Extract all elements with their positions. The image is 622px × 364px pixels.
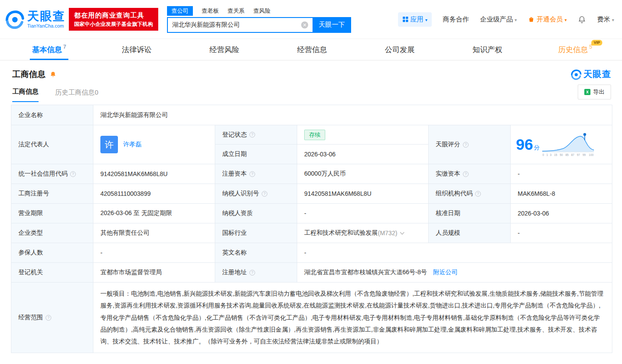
company-type-label: 企业类型 [11, 223, 93, 243]
tab-legal-litigation[interactable]: 法律诉讼 [93, 39, 181, 60]
tab-history-info[interactable]: VIP 历史信息 5 [531, 39, 619, 60]
industry-expand-chevron-icon[interactable] [400, 230, 405, 234]
help-icon[interactable]: ? [249, 171, 255, 177]
help-icon[interactable]: ? [262, 191, 267, 197]
table-row: 企业类型 其他有限责任公司 国标行业 工程和技术研究和试验发展 (M732) 人… [11, 223, 612, 243]
caret-down-icon: ▾ [425, 18, 427, 22]
org-code-label: 组织机构代码 ? [429, 184, 511, 203]
score-chart: 013155085879799100 [542, 132, 594, 157]
search-area: 查公司 查老板 查关系 查风险 ✕ 天眼一下 [167, 6, 351, 33]
tianyancha-logo-small: 天眼查 [570, 68, 611, 80]
search-tab-relation[interactable]: 查关系 [227, 6, 245, 16]
user-name: 费米 [597, 15, 610, 24]
page-title: 工商信息 [12, 69, 46, 80]
subtab-history-business-info[interactable]: 历史工商信息0 [55, 88, 98, 102]
taxpayer-quality-label: 纳税人资质 [215, 204, 297, 223]
help-icon[interactable]: ? [463, 142, 469, 148]
export-button[interactable]: 导出 [578, 85, 611, 99]
help-icon[interactable]: ? [70, 171, 76, 177]
business-info-subtabs: 工商信息 历史工商信息0 导出 [0, 82, 622, 102]
apps-menu[interactable]: 应用 ▾ [398, 12, 432, 27]
tab-history-info-label: 历史信息 [558, 45, 588, 55]
address-label-text: 注册地址 [222, 269, 247, 276]
business-cooperation-link[interactable]: 商务合作 [443, 15, 469, 24]
search-tab-risk[interactable]: 查风险 [253, 6, 270, 16]
subscribe-bell-icon[interactable] [50, 71, 57, 78]
search-submit-button[interactable]: 天眼一下 [313, 17, 351, 33]
score-ticks: 013155085879799100 [542, 153, 594, 157]
tab-basic-info[interactable]: 基本信息 7 [5, 39, 93, 60]
legal-rep-value: 许 许孝磊 [93, 125, 215, 164]
reg-status-label-text: 登记状态 [222, 131, 247, 139]
reg-authority-label: 登记机关 [11, 263, 93, 282]
business-scope-label: 经营范围 ? [11, 283, 93, 353]
vip-upgrade-menu[interactable]: 开通会员 ▾ [528, 15, 567, 24]
help-icon[interactable]: ? [475, 191, 481, 197]
tab-operation-risk-label: 经营风险 [210, 45, 239, 55]
tab-intellectual-property[interactable]: 知识产权 [444, 39, 531, 60]
help-icon[interactable]: ? [463, 171, 469, 177]
insured-count-label: 参保人数 [11, 243, 93, 262]
legal-rep-avatar[interactable]: 许 [100, 136, 118, 153]
table-row: 参保人数 - 英文名称 - [11, 243, 612, 263]
brand-name: 天眼查 [27, 11, 65, 22]
business-scope-text: 一般项目：电池制造,电池销售,新兴能源技术研发,新能源汽车废旧动力蓄电池回收及梯… [93, 283, 613, 353]
search-tab-boss[interactable]: 查老板 [202, 6, 219, 16]
clear-search-icon[interactable]: ✕ [301, 21, 308, 28]
search-tab-company[interactable]: 查公司 [167, 6, 193, 16]
approval-date-value: 2026-03-06 [511, 204, 613, 223]
credit-code-label-text: 统一社会信用代码 [18, 170, 68, 178]
watermark-brand-name: 天眼查 [583, 68, 611, 80]
table-row: 营业期限 2026-03-06 至 无固定期限 纳税人资质 - 核准日期 202… [11, 204, 612, 223]
reg-status-value: 存续 [297, 125, 429, 145]
tab-company-development[interactable]: 公司发展 [356, 39, 444, 60]
staff-size-value: - [511, 223, 613, 243]
paid-capital-label: 实缴资本 ? [429, 164, 511, 184]
taxpayer-quality-value: - [297, 204, 429, 223]
tab-operation-risk[interactable]: 经营风险 [181, 39, 268, 60]
tab-operation-info[interactable]: 经营信息 [268, 39, 356, 60]
table-row: 登记机关 宜都市市场监督管理局 注册地址 ? 湖北省宜昌市宜都市枝城镇兴宜大道6… [11, 263, 612, 283]
slogan-line1: 都在用的商业查询工具 [74, 11, 153, 21]
tianyancha-logo-icon [4, 9, 25, 29]
nearby-companies-link[interactable]: 附近公司 [433, 269, 458, 276]
tianyancha-logo-icon-small [570, 69, 582, 80]
shopping-bag-icon [528, 16, 535, 23]
caret-down-icon: ▾ [515, 18, 517, 22]
tianyancha-logo[interactable]: 天眼查 TianYanCha.com [4, 9, 65, 29]
address-text: 湖北省宜昌市宜都市枝城镇兴宜大道66号-8号 [304, 269, 427, 276]
english-name-value: - [297, 243, 613, 262]
score-unit: 分 [534, 144, 540, 152]
tab-company-development-label: 公司发展 [385, 45, 415, 55]
tab-operation-info-label: 经营信息 [297, 45, 327, 55]
user-menu[interactable]: 费米 ▾ [597, 15, 614, 24]
tab-intellectual-property-label: 知识产权 [473, 45, 502, 55]
enterprise-products-menu[interactable]: 企业级产品 ▾ [480, 15, 517, 24]
approval-date-label: 核准日期 [429, 204, 511, 223]
establish-date-label: 成立日期 [215, 145, 297, 164]
subtab-history-label: 历史工商信息 [55, 88, 95, 96]
subtab-business-info[interactable]: 工商信息 [12, 88, 39, 102]
table-row: 经营范围 ? 一般项目：电池制造,电池销售,新兴能源技术研发,新能源汽车废旧动力… [11, 283, 612, 353]
english-name-label: 英文名称 [215, 243, 297, 262]
caret-down-icon: ▾ [612, 18, 614, 22]
status-badge: 存续 [304, 130, 325, 140]
industry-label: 国标行业 [215, 223, 297, 243]
help-icon[interactable]: ? [249, 132, 255, 138]
help-icon[interactable]: ? [249, 270, 255, 276]
insured-count-value: - [93, 243, 215, 262]
reg-capital-label-text: 注册资本 [222, 170, 247, 178]
company-type-value: 其他有限责任公司 [93, 223, 215, 243]
legal-rep-link[interactable]: 许孝磊 [123, 141, 142, 148]
company-search-input[interactable] [167, 17, 313, 33]
notification-bell-icon[interactable] [578, 15, 586, 24]
reg-authority-value: 宜都市市场监督管理局 [93, 263, 215, 282]
slogan-banner: 都在用的商业查询工具 国家中小企业发展子基金旗下机构 [69, 8, 158, 31]
taxpayer-id-label: 纳税人识别号 ? [215, 184, 297, 203]
company-name-label: 企业名称 [11, 105, 93, 125]
help-icon[interactable]: ? [46, 315, 51, 321]
business-info-table: 企业名称 湖北华兴新能源有限公司 法定代表人 许 许孝磊 登记状态 ? 存续 成… [11, 105, 612, 353]
tianyan-score-value: 96 分 013155085879799100 [511, 125, 613, 164]
tab-basic-info-count: 7 [63, 44, 66, 50]
subtab-history-count: 0 [95, 88, 98, 96]
